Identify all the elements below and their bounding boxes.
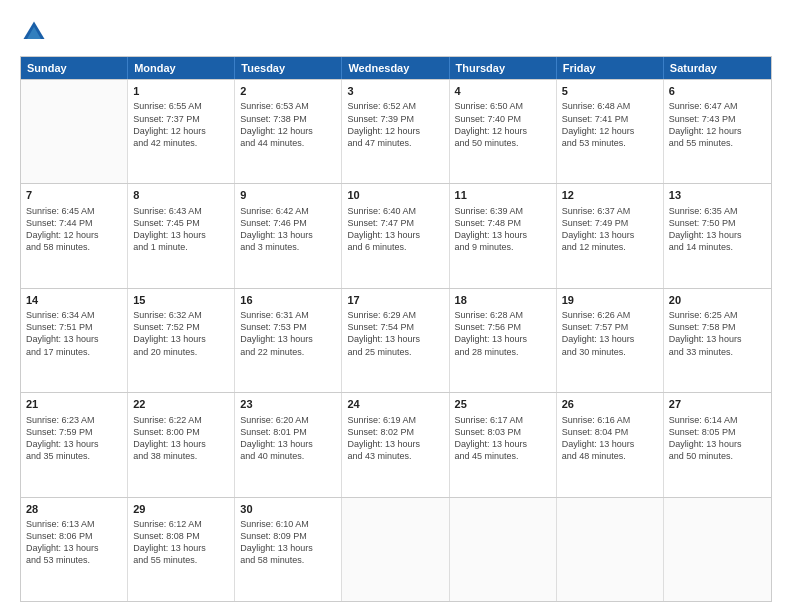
cell-line-3: and 6 minutes.: [347, 241, 443, 253]
cell-line-3: and 58 minutes.: [26, 241, 122, 253]
cell-line-2: Daylight: 13 hours: [26, 333, 122, 345]
cell-line-3: and 48 minutes.: [562, 450, 658, 462]
day-number: 25: [455, 397, 551, 412]
day-number: 6: [669, 84, 766, 99]
cell-line-3: and 53 minutes.: [26, 554, 122, 566]
cell-line-1: Sunset: 7:46 PM: [240, 217, 336, 229]
cell-line-3: and 55 minutes.: [133, 554, 229, 566]
day-number: 22: [133, 397, 229, 412]
cell-line-3: and 40 minutes.: [240, 450, 336, 462]
cal-cell-3-2: 23Sunrise: 6:20 AMSunset: 8:01 PMDayligh…: [235, 393, 342, 496]
cell-line-1: Sunset: 7:58 PM: [669, 321, 766, 333]
cell-line-0: Sunrise: 6:43 AM: [133, 205, 229, 217]
cell-line-2: Daylight: 13 hours: [240, 333, 336, 345]
cell-line-2: Daylight: 12 hours: [455, 125, 551, 137]
cell-line-3: and 33 minutes.: [669, 346, 766, 358]
cell-line-1: Sunset: 8:03 PM: [455, 426, 551, 438]
cell-line-3: and 1 minute.: [133, 241, 229, 253]
cal-cell-4-6: [664, 498, 771, 601]
day-number: 8: [133, 188, 229, 203]
cell-line-0: Sunrise: 6:55 AM: [133, 100, 229, 112]
cell-line-0: Sunrise: 6:31 AM: [240, 309, 336, 321]
cell-line-0: Sunrise: 6:17 AM: [455, 414, 551, 426]
cell-line-1: Sunset: 8:09 PM: [240, 530, 336, 542]
cal-cell-3-6: 27Sunrise: 6:14 AMSunset: 8:05 PMDayligh…: [664, 393, 771, 496]
cell-line-1: Sunset: 8:08 PM: [133, 530, 229, 542]
cell-line-0: Sunrise: 6:29 AM: [347, 309, 443, 321]
cell-line-1: Sunset: 7:53 PM: [240, 321, 336, 333]
cell-line-3: and 55 minutes.: [669, 137, 766, 149]
cal-cell-1-6: 13Sunrise: 6:35 AMSunset: 7:50 PMDayligh…: [664, 184, 771, 287]
cal-cell-2-1: 15Sunrise: 6:32 AMSunset: 7:52 PMDayligh…: [128, 289, 235, 392]
cal-header-tuesday: Tuesday: [235, 57, 342, 79]
cell-line-1: Sunset: 7:51 PM: [26, 321, 122, 333]
cal-cell-0-6: 6Sunrise: 6:47 AMSunset: 7:43 PMDaylight…: [664, 80, 771, 183]
cell-line-1: Sunset: 7:57 PM: [562, 321, 658, 333]
cal-cell-1-5: 12Sunrise: 6:37 AMSunset: 7:49 PMDayligh…: [557, 184, 664, 287]
cell-line-2: Daylight: 13 hours: [669, 438, 766, 450]
cal-row-4: 28Sunrise: 6:13 AMSunset: 8:06 PMDayligh…: [21, 497, 771, 601]
cell-line-2: Daylight: 13 hours: [669, 333, 766, 345]
cell-line-3: and 17 minutes.: [26, 346, 122, 358]
cal-cell-3-4: 25Sunrise: 6:17 AMSunset: 8:03 PMDayligh…: [450, 393, 557, 496]
cell-line-2: Daylight: 13 hours: [455, 333, 551, 345]
cell-line-0: Sunrise: 6:28 AM: [455, 309, 551, 321]
cal-cell-2-3: 17Sunrise: 6:29 AMSunset: 7:54 PMDayligh…: [342, 289, 449, 392]
cal-cell-2-0: 14Sunrise: 6:34 AMSunset: 7:51 PMDayligh…: [21, 289, 128, 392]
cell-line-0: Sunrise: 6:42 AM: [240, 205, 336, 217]
cal-cell-1-3: 10Sunrise: 6:40 AMSunset: 7:47 PMDayligh…: [342, 184, 449, 287]
cal-cell-4-2: 30Sunrise: 6:10 AMSunset: 8:09 PMDayligh…: [235, 498, 342, 601]
cal-cell-4-5: [557, 498, 664, 601]
cal-header-wednesday: Wednesday: [342, 57, 449, 79]
cell-line-1: Sunset: 7:37 PM: [133, 113, 229, 125]
logo: [20, 18, 52, 46]
day-number: 2: [240, 84, 336, 99]
cal-header-saturday: Saturday: [664, 57, 771, 79]
cal-cell-2-5: 19Sunrise: 6:26 AMSunset: 7:57 PMDayligh…: [557, 289, 664, 392]
cell-line-1: Sunset: 7:44 PM: [26, 217, 122, 229]
cell-line-0: Sunrise: 6:26 AM: [562, 309, 658, 321]
day-number: 3: [347, 84, 443, 99]
cell-line-3: and 20 minutes.: [133, 346, 229, 358]
cell-line-3: and 38 minutes.: [133, 450, 229, 462]
cell-line-0: Sunrise: 6:37 AM: [562, 205, 658, 217]
cell-line-0: Sunrise: 6:14 AM: [669, 414, 766, 426]
page: SundayMondayTuesdayWednesdayThursdayFrid…: [0, 0, 792, 612]
cell-line-1: Sunset: 8:02 PM: [347, 426, 443, 438]
cell-line-3: and 58 minutes.: [240, 554, 336, 566]
day-number: 7: [26, 188, 122, 203]
cell-line-2: Daylight: 12 hours: [347, 125, 443, 137]
cell-line-3: and 12 minutes.: [562, 241, 658, 253]
logo-icon: [20, 18, 48, 46]
cell-line-2: Daylight: 13 hours: [133, 333, 229, 345]
cell-line-3: and 35 minutes.: [26, 450, 122, 462]
cal-cell-2-6: 20Sunrise: 6:25 AMSunset: 7:58 PMDayligh…: [664, 289, 771, 392]
cal-cell-0-2: 2Sunrise: 6:53 AMSunset: 7:38 PMDaylight…: [235, 80, 342, 183]
cell-line-3: and 50 minutes.: [455, 137, 551, 149]
cal-cell-2-4: 18Sunrise: 6:28 AMSunset: 7:56 PMDayligh…: [450, 289, 557, 392]
cell-line-0: Sunrise: 6:32 AM: [133, 309, 229, 321]
cell-line-2: Daylight: 13 hours: [133, 229, 229, 241]
cell-line-0: Sunrise: 6:23 AM: [26, 414, 122, 426]
cal-row-1: 7Sunrise: 6:45 AMSunset: 7:44 PMDaylight…: [21, 183, 771, 287]
cell-line-1: Sunset: 7:52 PM: [133, 321, 229, 333]
cal-cell-0-4: 4Sunrise: 6:50 AMSunset: 7:40 PMDaylight…: [450, 80, 557, 183]
cell-line-2: Daylight: 13 hours: [240, 542, 336, 554]
cell-line-3: and 30 minutes.: [562, 346, 658, 358]
cal-cell-3-5: 26Sunrise: 6:16 AMSunset: 8:04 PMDayligh…: [557, 393, 664, 496]
cell-line-2: Daylight: 13 hours: [347, 438, 443, 450]
cal-header-monday: Monday: [128, 57, 235, 79]
cell-line-1: Sunset: 8:00 PM: [133, 426, 229, 438]
day-number: 21: [26, 397, 122, 412]
day-number: 17: [347, 293, 443, 308]
cell-line-2: Daylight: 13 hours: [562, 333, 658, 345]
day-number: 15: [133, 293, 229, 308]
cell-line-0: Sunrise: 6:25 AM: [669, 309, 766, 321]
cell-line-2: Daylight: 13 hours: [240, 438, 336, 450]
cell-line-1: Sunset: 8:05 PM: [669, 426, 766, 438]
cell-line-0: Sunrise: 6:10 AM: [240, 518, 336, 530]
cell-line-0: Sunrise: 6:39 AM: [455, 205, 551, 217]
cal-row-0: 1Sunrise: 6:55 AMSunset: 7:37 PMDaylight…: [21, 79, 771, 183]
cell-line-0: Sunrise: 6:35 AM: [669, 205, 766, 217]
cell-line-0: Sunrise: 6:40 AM: [347, 205, 443, 217]
